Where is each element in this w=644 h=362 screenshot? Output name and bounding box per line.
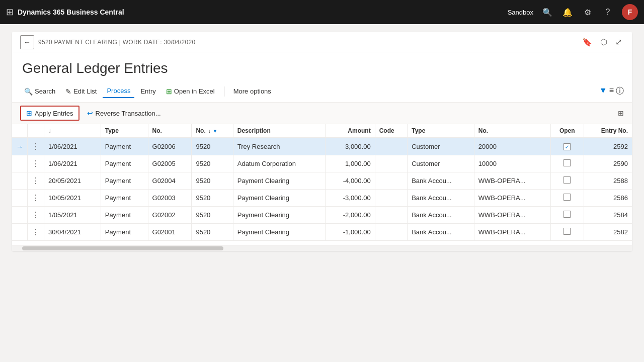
scrollbar-area[interactable] [12,245,632,251]
row-bal-no: 10000 [474,155,550,172]
col-entry-no[interactable]: Entry No. [584,124,632,138]
share-icon[interactable]: ⬡ [598,35,609,49]
row-menu-cell[interactable]: ⋮ [28,190,44,207]
row-code [375,224,408,241]
row-open [551,207,584,224]
col-no2-filter-icon: ▼ [212,128,217,134]
row-menu-icon[interactable]: ⋮ [32,211,40,219]
table-row[interactable]: →⋮1/06/2021PaymentG020069520Trey Researc… [12,138,632,155]
expand-icon[interactable]: ⤢ [613,35,624,49]
row-open [551,224,584,241]
row-no: G02001 [148,224,192,241]
process-button[interactable]: Process [103,84,134,98]
table-row[interactable]: ⋮20/05/2021PaymentG020049520Payment Clea… [12,172,632,190]
open-checkbox[interactable] [564,159,571,166]
col-amount[interactable]: Amount [325,124,375,138]
edit-list-button[interactable]: ✎ Edit List [61,85,101,98]
row-bal-no: WWB-OPERA... [474,224,550,241]
row-code [375,138,408,155]
reverse-icon: ↩ [87,109,93,117]
row-type: Payment [101,224,148,241]
row-arrow-icon: → [16,143,23,151]
table-row[interactable]: ⋮1/05/2021PaymentG020029520Payment Clear… [12,207,632,224]
row-no: G02005 [148,155,192,172]
row-date: 1/06/2021 [44,155,101,172]
more-options-button[interactable]: More options [229,85,275,98]
col-open[interactable]: Open [551,124,584,138]
row-date: 1/05/2021 [44,207,101,224]
row-menu-cell[interactable]: ⋮ [28,138,44,155]
row-menu-cell[interactable]: ⋮ [28,224,44,241]
open-checkbox[interactable] [564,211,571,218]
row-amount: -1,000.00 [325,224,375,241]
action-bar-right: ⊞ [618,109,624,117]
row-amount: -2,000.00 [325,207,375,224]
col-bal-type[interactable]: Type [408,124,474,138]
row-type: Payment [101,190,148,207]
open-checkbox[interactable] [564,228,571,235]
toolbar: 🔍 Search ✎ Edit List Process Entry ⊞ Ope… [12,80,632,103]
row-bal-no: WWB-OPERA... [474,172,550,190]
row-menu-icon[interactable]: ⋮ [32,228,40,236]
search-toolbar-icon: 🔍 [24,87,33,96]
open-checkbox[interactable] [564,176,571,184]
back-button[interactable]: ← [20,35,34,49]
search-icon[interactable]: 🔍 [541,6,553,18]
row-no2: 9520 [192,172,233,190]
scrollbar-thumb[interactable] [22,246,223,250]
row-menu-icon[interactable]: ⋮ [32,194,40,202]
row-description: Payment Clearing [233,224,325,241]
row-bal-type: Customer [408,138,474,155]
open-checkbox[interactable] [564,194,571,201]
col-code[interactable]: Code [375,124,408,138]
action-bar: ⊞ Apply Entries ↩ Reverse Transaction...… [12,103,632,124]
row-arrow-cell [12,224,28,241]
col-no2[interactable]: No. ↓ ▼ [192,124,233,138]
bell-icon[interactable]: 🔔 [561,6,574,18]
topbar-right: Sandbox 🔍 🔔 ⚙ ? F [508,4,638,20]
row-amount: 1,000.00 [325,155,375,172]
grid-icon: ⊞ [6,7,14,18]
col-description[interactable]: Description [233,124,325,138]
settings-icon[interactable]: ⚙ [582,6,594,18]
row-menu-icon[interactable]: ⋮ [32,142,40,151]
row-entry-no: 2590 [584,155,632,172]
reverse-transaction-button[interactable]: ↩ Reverse Transaction... [82,106,167,120]
table-row[interactable]: ⋮1/06/2021PaymentG020059520Adatum Corpor… [12,155,632,172]
info-icon[interactable]: ⓘ [616,86,624,97]
row-menu-cell[interactable]: ⋮ [28,207,44,224]
row-bal-type: Bank Accou... [408,172,474,190]
row-menu-icon[interactable]: ⋮ [32,176,40,185]
col-type[interactable]: Type [101,124,148,138]
row-amount: 3,000.00 [325,138,375,155]
apply-entries-icon: ⊞ [26,109,32,117]
row-no2: 9520 [192,190,233,207]
row-open [551,190,584,207]
open-excel-button[interactable]: ⊞ Open in Excel [162,85,219,98]
action-expand-icon[interactable]: ⊞ [618,109,624,117]
table-row[interactable]: ⋮10/05/2021PaymentG020039520Payment Clea… [12,190,632,207]
help-icon[interactable]: ? [602,6,614,18]
col-no[interactable]: No. [148,124,192,138]
col-bal-no[interactable]: No. [474,124,550,138]
row-menu-icon[interactable]: ⋮ [32,159,40,168]
row-menu-cell[interactable]: ⋮ [28,155,44,172]
bookmark-icon[interactable]: 🔖 [580,35,594,49]
filter-icon[interactable]: ▼ [599,86,607,97]
row-type: Payment [101,207,148,224]
breadcrumb-bar: ← 9520 PAYMENT CLEARING | WORK DATE: 30/… [12,32,632,52]
row-description: Adatum Corporation [233,155,325,172]
table-row[interactable]: ⋮30/04/2021PaymentG020019520Payment Clea… [12,224,632,241]
row-code [375,172,408,190]
search-button[interactable]: 🔍 Search [20,85,59,98]
columns-icon[interactable]: ≡ [609,86,614,97]
entry-button[interactable]: Entry [136,85,159,98]
row-menu-cell[interactable]: ⋮ [28,172,44,190]
table-header-row: ↓ Type No. No. ↓ ▼ Description [12,124,632,138]
col-date[interactable]: ↓ [44,124,101,138]
user-avatar[interactable]: F [622,4,638,20]
row-description: Payment Clearing [233,172,325,190]
open-checkbox[interactable]: ✓ [564,143,571,150]
apply-entries-button[interactable]: ⊞ Apply Entries [20,106,79,121]
topbar-left: ⊞ Dynamics 365 Business Central [6,7,124,18]
